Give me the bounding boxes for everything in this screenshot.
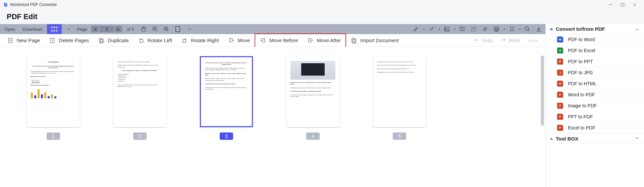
draw-dropdown[interactable]: ▾ [439, 28, 440, 31]
rotate-right-button[interactable]: Rotate Right [177, 34, 223, 47]
convert-pdf-to-excel[interactable]: XPDF to Excel [546, 45, 644, 56]
download-icon-button[interactable] [534, 24, 543, 34]
pdf-file-icon: P [557, 114, 563, 120]
open-button[interactable]: Open [2, 24, 18, 34]
convert-pdf-to-html[interactable]: HPDF to HTML [546, 78, 644, 89]
convert-section-header[interactable]: Convert to/from PDF ︿ [546, 24, 644, 34]
move-before-icon [260, 37, 266, 43]
fit-page-dropdown[interactable]: ▾ [184, 24, 194, 34]
svg-rect-14 [495, 27, 498, 28]
page-number-1: 1 [47, 132, 60, 140]
highlighter-dropdown[interactable]: ▾ [423, 28, 425, 31]
prev-page-button[interactable]: ◀ [91, 26, 99, 32]
note-button[interactable] [458, 24, 467, 34]
convert-word-to-pdf[interactable]: PWord to PDF [546, 89, 644, 100]
page-number-4: 4 [306, 132, 320, 140]
zoom-out-button[interactable] [150, 24, 160, 34]
section-arrow-icon [550, 137, 553, 140]
page-number-5: 5 [393, 132, 406, 140]
convert-ppt-to-pdf[interactable]: PPPT to PDF [546, 111, 644, 122]
delete-pages-icon [49, 37, 55, 43]
page-actions-toolbar: New Page Delete Pages Duplicate Rotate L… [0, 34, 545, 47]
redo-button[interactable]: Redo [497, 38, 524, 43]
bookmark-button[interactable] [507, 24, 517, 34]
move-after-button[interactable]: Move After [303, 34, 345, 47]
rotate-left-button[interactable]: Rotate Left [133, 34, 177, 47]
svg-rect-20 [99, 38, 102, 42]
page-label: Page [77, 27, 87, 32]
svg-rect-12 [460, 27, 464, 31]
page-thumbnail-2[interactable]: aliquet justo quis blandit auctor. ipsum… [113, 56, 166, 127]
svg-rect-1 [51, 27, 53, 28]
pdf-file-icon: P [557, 125, 563, 131]
right-panel: Convert to/from PDF ︿ WPDF to Word XPDF … [545, 24, 644, 187]
svg-rect-19 [51, 38, 54, 43]
svg-rect-28 [353, 39, 356, 43]
chevron-down-icon: ﹀ [635, 136, 639, 142]
search-button[interactable] [523, 24, 532, 34]
import-document-icon [351, 37, 357, 43]
window-minimize-button[interactable] [604, 0, 616, 9]
print-dropdown[interactable]: ▾ [504, 28, 505, 31]
delete-pages-button[interactable]: Delete Pages [45, 34, 94, 47]
more-actions-button[interactable]: ○○○ [524, 38, 543, 43]
titlebar: Workintool PDF Converter [0, 0, 644, 9]
toolbox-section-header[interactable]: Tool BOX ﹀ [546, 133, 644, 144]
svg-rect-9 [175, 26, 180, 32]
import-document-button[interactable]: Import Document [346, 34, 404, 47]
page-total: of 5 [127, 27, 134, 32]
page-thumbnail-4[interactable]: Maecenas mauris lectus, lobortis et puru… [286, 56, 339, 127]
draw-button[interactable] [427, 24, 436, 34]
move-after-icon [307, 37, 313, 43]
move-button[interactable]: Move [224, 34, 255, 47]
grid-scrollbar[interactable] [541, 56, 544, 126]
highlighter-button[interactable] [411, 24, 421, 34]
svg-rect-22 [140, 39, 143, 42]
page-thumbnail-1[interactable]: Lorem ipsum Lorem ipsum dolor sit amet, … [27, 56, 80, 127]
convert-pdf-to-ppt[interactable]: PPDF to PPT [546, 56, 644, 67]
svg-point-17 [525, 27, 529, 30]
svg-rect-2 [54, 27, 55, 28]
page-navigator: ◀ 1 ▶ [91, 26, 122, 32]
thumbnail-view-dropdown[interactable]: ▾ [64, 24, 73, 34]
undo-button[interactable]: Undo [470, 38, 497, 43]
print-button[interactable] [492, 24, 501, 34]
convert-pdf-to-jpg[interactable]: JPDF to JPG [546, 67, 644, 78]
page-thumbnail-5[interactable]: Suspendisse et eros sapien. Cras mauris … [373, 56, 426, 127]
image-button[interactable] [442, 24, 451, 34]
window-close-button[interactable] [629, 0, 641, 9]
text-box-button[interactable] [469, 24, 478, 34]
svg-rect-24 [229, 38, 232, 42]
svg-rect-4 [51, 30, 53, 31]
page-thumbnail-3[interactable]: Lorem ipsum dolor sit amet, consectetur … [200, 56, 253, 127]
link-button[interactable] [480, 24, 490, 34]
download-button[interactable]: Download [20, 24, 45, 34]
app-logo-icon [3, 2, 8, 7]
image-dropdown[interactable]: ▾ [454, 28, 455, 31]
window-maximize-button[interactable] [616, 0, 629, 9]
next-page-button[interactable]: ▶ [115, 26, 122, 32]
app-name: Workintool PDF Converter [10, 2, 57, 7]
section-arrow-icon [550, 28, 553, 30]
svg-rect-21 [100, 39, 103, 43]
new-page-icon [7, 37, 13, 43]
convert-excel-to-pdf[interactable]: PExcel to PDF [546, 122, 644, 133]
zoom-in-button[interactable] [162, 24, 171, 34]
move-before-button[interactable]: Move Before [255, 34, 303, 47]
bookmark-dropdown[interactable]: ▾ [519, 28, 521, 31]
jpg-file-icon: J [557, 70, 563, 76]
duplicate-button[interactable]: Duplicate [94, 34, 133, 47]
thumbnail-view-button[interactable] [47, 24, 62, 34]
new-page-button[interactable]: New Page [3, 34, 45, 47]
rotate-left-icon [138, 37, 144, 43]
convert-image-to-pdf[interactable]: PImage to PDF [546, 100, 644, 111]
html-file-icon: H [557, 81, 563, 87]
svg-rect-6 [56, 30, 57, 31]
current-page-input[interactable]: 1 [99, 26, 114, 32]
page-title: PDF Edit [7, 12, 38, 21]
pan-tool-button[interactable] [139, 24, 148, 34]
convert-pdf-to-word[interactable]: WPDF to Word [546, 34, 644, 45]
svg-rect-16 [495, 30, 498, 31]
fit-page-button[interactable] [173, 24, 182, 34]
excel-file-icon: X [557, 48, 563, 54]
